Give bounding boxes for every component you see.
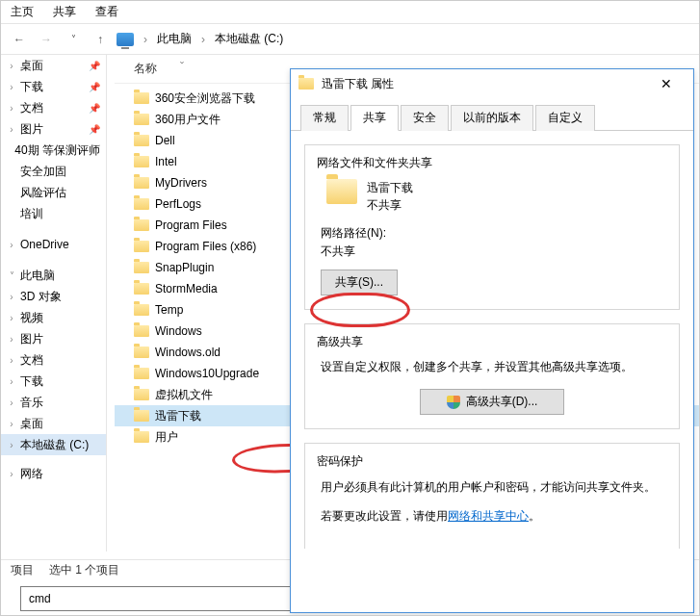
dialog-titlebar[interactable]: 迅雷下载 属性 ✕ [291, 69, 693, 98]
file-name: 迅雷下载 [155, 408, 201, 424]
file-name: PerfLogs [155, 197, 201, 211]
file-name: MyDrivers [155, 176, 207, 190]
status-selection: 选中 1 个项目 [49, 562, 119, 578]
pin-icon: 📌 [89, 61, 100, 71]
column-header-name[interactable]: 名称 [134, 61, 157, 77]
close-button[interactable]: ✕ [647, 76, 686, 91]
nav-item[interactable]: ›图片 [1, 328, 106, 349]
breadcrumb-drive[interactable]: 本地磁盘 (C:) [215, 31, 283, 47]
folder-icon [134, 135, 149, 146]
dialog-body: 网络文件和文件夹共享 迅雷下载 不共享 网络路径(N): 不共享 共享(S)..… [291, 131, 693, 562]
nav-item[interactable]: ›图片📌 [1, 118, 106, 140]
folder-icon [134, 410, 149, 422]
file-name: Windows [155, 324, 202, 338]
nav-drive[interactable]: ›本地磁盘 (C:) [1, 434, 106, 455]
pin-icon: 📌 [89, 82, 100, 92]
nav-item[interactable]: ›音乐 [1, 392, 106, 413]
share-button[interactable]: 共享(S)... [321, 270, 398, 295]
file-name: Intel [155, 155, 177, 168]
breadcrumb-pc[interactable]: 此电脑 [157, 31, 192, 47]
properties-dialog: 迅雷下载 属性 ✕ 常规 共享 安全 以前的版本 自定义 网络文件和文件夹共享 … [290, 68, 694, 613]
advanced-share-button[interactable]: 高级共享(D)... [420, 389, 564, 415]
folder-icon [134, 198, 149, 210]
nav-item[interactable]: ›文档 [1, 349, 106, 371]
group-title: 网络文件和文件夹共享 [317, 155, 667, 171]
menu-view[interactable]: 查看 [95, 4, 118, 20]
nav-item[interactable]: ›桌面 [1, 413, 106, 434]
file-name: Program Files [155, 218, 227, 232]
recent-dropdown[interactable]: ˅ [63, 29, 84, 50]
folder-icon [134, 346, 149, 358]
nav-item[interactable]: 40期 等保测评师 [1, 140, 106, 161]
file-name: StormMedia [155, 282, 218, 295]
file-name: Windows10Upgrade [155, 367, 259, 380]
network-sharing-center-link[interactable]: 网络和共享中心 [448, 509, 529, 523]
nav-item[interactable]: ›文档📌 [1, 97, 106, 118]
menubar: 主页 共享 查看 [1, 1, 699, 24]
folder-icon [134, 241, 149, 252]
folder-icon [134, 177, 149, 189]
password-protection-group: 密码保护 用户必须具有此计算机的用户帐户和密码，才能访问共享文件夹。 若要更改此… [304, 443, 680, 549]
network-path-value: 不共享 [321, 244, 667, 260]
nav-item[interactable]: 培训 [1, 203, 106, 224]
file-name: Dell [155, 134, 175, 147]
folder-icon [298, 78, 314, 90]
folder-icon [134, 262, 149, 273]
folder-icon [134, 92, 149, 104]
group-title: 密码保护 [317, 453, 667, 470]
network-share-group: 网络文件和文件夹共享 迅雷下载 不共享 网络路径(N): 不共享 共享(S)..… [304, 144, 680, 310]
password-text-1: 用户必须具有此计算机的用户帐户和密码，才能访问共享文件夹。 [321, 477, 667, 497]
pin-icon: 📌 [89, 103, 100, 114]
nav-network[interactable]: ›网络 [1, 463, 106, 484]
menu-home[interactable]: 主页 [11, 4, 34, 20]
nav-onedrive[interactable]: ›OneDrive [1, 234, 106, 255]
nav-item[interactable]: 安全加固 [1, 161, 106, 182]
dialog-title: 迅雷下载 属性 [322, 76, 394, 92]
tab-general[interactable]: 常规 [300, 105, 349, 131]
address-bar: ← → ˅ ↑ › 此电脑 › 本地磁盘 (C:) [1, 24, 699, 55]
advanced-share-group: 高级共享 设置自定义权限，创建多个共享，并设置其他高级共享选项。 高级共享(D)… [304, 323, 680, 429]
forward-button[interactable]: → [36, 29, 57, 50]
tab-custom[interactable]: 自定义 [535, 105, 595, 131]
file-name: SnapPlugin [155, 261, 214, 274]
file-name: Windows.old [155, 346, 220, 359]
folder-icon [134, 283, 149, 295]
file-name: 虚拟机文件 [155, 387, 213, 403]
file-name: Program Files (x86) [155, 240, 256, 253]
folder-icon [134, 431, 149, 443]
nav-item[interactable]: ›下载 [1, 371, 106, 392]
nav-item[interactable]: ›视频 [1, 307, 106, 328]
folder-icon [134, 304, 149, 316]
sort-indicator-icon: ˇ [180, 61, 184, 77]
nav-item[interactable]: 风险评估 [1, 182, 106, 203]
folder-icon [134, 368, 149, 379]
tab-strip: 常规 共享 安全 以前的版本 自定义 [291, 98, 693, 131]
folder-icon [134, 156, 149, 167]
file-name: 用户 [155, 429, 178, 446]
tab-previous-versions[interactable]: 以前的版本 [451, 105, 533, 131]
tab-share[interactable]: 共享 [350, 105, 399, 131]
status-item-count: 项目 [11, 562, 34, 578]
up-button[interactable]: ↑ [90, 29, 111, 50]
nav-thispc[interactable]: ˅此电脑 [1, 265, 106, 286]
nav-item[interactable]: ›3D 对象 [1, 286, 106, 307]
menu-share[interactable]: 共享 [53, 4, 76, 20]
tab-security[interactable]: 安全 [401, 105, 449, 131]
nav-item[interactable]: ›桌面📌 [1, 55, 106, 76]
shield-icon [447, 396, 460, 409]
nav-item[interactable]: ›下载📌 [1, 76, 106, 97]
pin-icon: 📌 [89, 124, 100, 135]
file-name: 360用户文件 [155, 112, 220, 128]
pc-icon [117, 33, 134, 46]
chevron-right-icon: › [143, 33, 147, 46]
network-path-label: 网络路径(N): [321, 225, 667, 242]
share-status: 不共享 [367, 196, 413, 214]
advanced-share-desc: 设置自定义权限，创建多个共享，并设置其他高级共享选项。 [321, 358, 667, 375]
group-title: 高级共享 [317, 334, 667, 350]
folder-icon [134, 325, 149, 337]
back-button[interactable]: ← [9, 29, 30, 50]
chevron-right-icon: › [201, 33, 205, 46]
folder-icon [326, 179, 357, 204]
share-name: 迅雷下载 [367, 179, 413, 196]
folder-icon [134, 389, 149, 400]
